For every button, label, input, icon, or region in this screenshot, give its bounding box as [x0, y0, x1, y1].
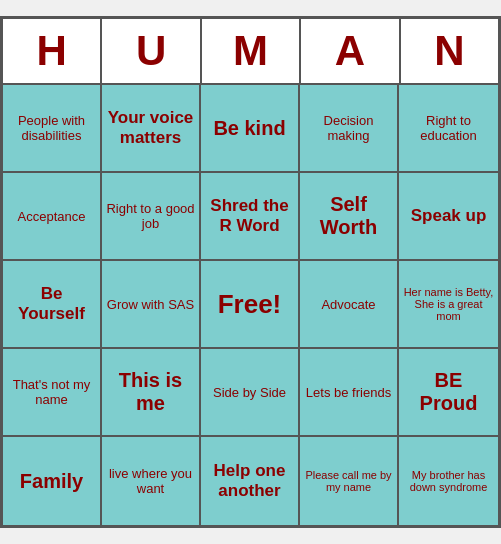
bingo-cell-1: Your voice matters	[102, 85, 201, 173]
header-letter-u: U	[102, 19, 201, 83]
bingo-cell-22: Help one another	[201, 437, 300, 525]
bingo-card: HUMAN People with disabilitiesYour voice…	[0, 16, 501, 528]
bingo-cell-5: Acceptance	[3, 173, 102, 261]
bingo-cell-23: Please call me by my name	[300, 437, 399, 525]
bingo-cell-11: Grow with SAS	[102, 261, 201, 349]
bingo-cell-7: Shred the R Word	[201, 173, 300, 261]
header-letter-n: N	[401, 19, 498, 83]
bingo-cell-4: Right to education	[399, 85, 498, 173]
bingo-grid: People with disabilitiesYour voice matte…	[3, 83, 498, 525]
header-letter-m: M	[202, 19, 301, 83]
bingo-cell-16: This is me	[102, 349, 201, 437]
bingo-cell-14: Her name is Betty, She is a great mom	[399, 261, 498, 349]
bingo-cell-20: Family	[3, 437, 102, 525]
bingo-cell-18: Lets be friends	[300, 349, 399, 437]
bingo-cell-9: Speak up	[399, 173, 498, 261]
bingo-cell-2: Be kind	[201, 85, 300, 173]
bingo-cell-19: BE Proud	[399, 349, 498, 437]
bingo-cell-8: Self Worth	[300, 173, 399, 261]
bingo-cell-0: People with disabilities	[3, 85, 102, 173]
bingo-cell-15: That's not my name	[3, 349, 102, 437]
bingo-cell-24: My brother has down syndrome	[399, 437, 498, 525]
bingo-cell-17: Side by Side	[201, 349, 300, 437]
bingo-header: HUMAN	[3, 19, 498, 83]
header-letter-a: A	[301, 19, 400, 83]
header-letter-h: H	[3, 19, 102, 83]
bingo-cell-12: Free!	[201, 261, 300, 349]
bingo-cell-21: live where you want	[102, 437, 201, 525]
bingo-cell-6: Right to a good job	[102, 173, 201, 261]
bingo-cell-10: Be Yourself	[3, 261, 102, 349]
bingo-cell-13: Advocate	[300, 261, 399, 349]
bingo-cell-3: Decision making	[300, 85, 399, 173]
